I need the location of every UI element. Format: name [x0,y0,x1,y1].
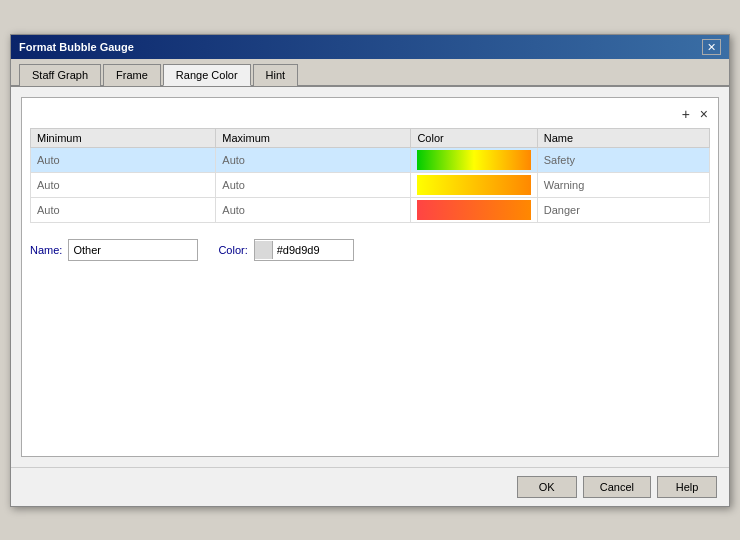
col-header-color: Color [411,128,537,147]
color-swatch-danger [417,200,530,220]
remove-button[interactable]: × [698,106,710,122]
inner-panel: + × Minimum Maximum Color Name Auto Auto [21,97,719,457]
cell-maximum: Auto [216,197,411,222]
color-swatch-warning [417,175,530,195]
cancel-button[interactable]: Cancel [583,476,651,498]
cell-maximum: Auto [216,172,411,197]
cell-name: Danger [537,197,709,222]
title-bar: Format Bubble Gauge ✕ [11,35,729,59]
tab-frame[interactable]: Frame [103,64,161,86]
toolbar: + × [30,106,710,122]
name-input[interactable] [68,239,198,261]
dialog-title: Format Bubble Gauge [19,41,134,53]
format-bubble-gauge-dialog: Format Bubble Gauge ✕ Staff Graph Frame … [10,34,730,507]
cell-minimum: Auto [31,147,216,172]
col-header-minimum: Minimum [31,128,216,147]
color-group: Color: [218,239,353,261]
tab-bar: Staff Graph Frame Range Color Hint [11,59,729,87]
col-header-name: Name [537,128,709,147]
table-row[interactable]: Auto Auto Safety [31,147,710,172]
add-button[interactable]: + [680,106,692,122]
cell-color [411,172,537,197]
tab-hint[interactable]: Hint [253,64,299,86]
color-label: Color: [218,244,247,256]
ok-button[interactable]: OK [517,476,577,498]
cell-color [411,197,537,222]
color-value-input[interactable] [273,242,353,258]
range-table: Minimum Maximum Color Name Auto Auto Saf… [30,128,710,223]
cell-name: Warning [537,172,709,197]
name-label: Name: [30,244,62,256]
help-button[interactable]: Help [657,476,717,498]
content-area: + × Minimum Maximum Color Name Auto Auto [11,87,729,467]
form-row: Name: Color: [30,239,710,261]
cell-name: Safety [537,147,709,172]
tab-range-color[interactable]: Range Color [163,64,251,86]
tab-staff-graph[interactable]: Staff Graph [19,64,101,86]
cell-minimum: Auto [31,197,216,222]
table-row[interactable]: Auto Auto Danger [31,197,710,222]
dialog-footer: OK Cancel Help [11,467,729,506]
name-group: Name: [30,239,198,261]
color-swatch-safety [417,150,530,170]
close-button[interactable]: ✕ [702,39,721,55]
table-row[interactable]: Auto Auto Warning [31,172,710,197]
cell-minimum: Auto [31,172,216,197]
color-input-group[interactable] [254,239,354,261]
cell-color [411,147,537,172]
cell-maximum: Auto [216,147,411,172]
color-preview [255,241,273,259]
col-header-maximum: Maximum [216,128,411,147]
